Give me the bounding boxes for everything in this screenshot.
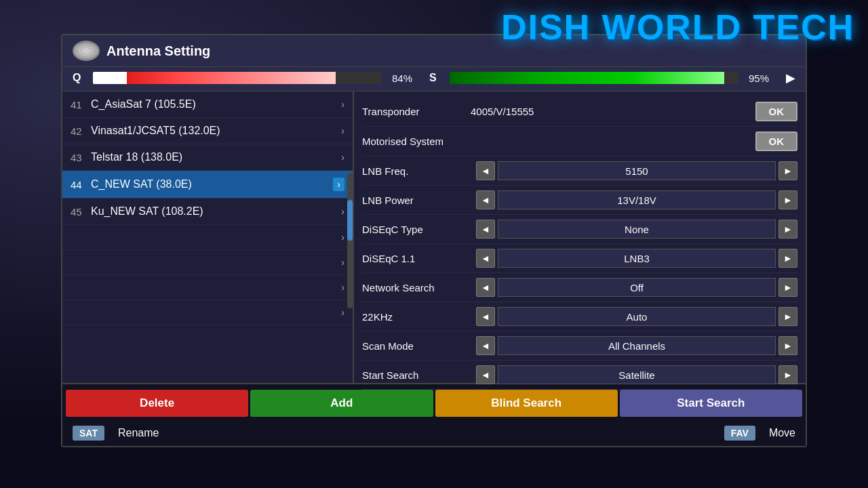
sat-item-44[interactable]: 44 C_NEW SAT (38.0E) › (62, 171, 353, 199)
lnb-power-increase-button[interactable]: ► (778, 190, 797, 209)
page-title: Antenna Setting (106, 43, 210, 59)
network-search-decrease-button[interactable]: ◄ (476, 278, 495, 297)
sat-item-43[interactable]: 43 Telstar 18 (138.0E) › (62, 144, 353, 171)
main-container: Antenna Setting Q 84% S 95% ▶ 41 C_AsiaS… (61, 34, 807, 447)
start-search-increase-button[interactable]: ► (778, 365, 797, 384)
delete-button[interactable]: Delete (66, 390, 248, 417)
network-search-control: ◄ Off ► (476, 278, 797, 297)
footer-buttons: Delete Add Blind Search Start Search (62, 390, 806, 422)
sat-item-empty-4[interactable]: › (62, 300, 353, 325)
sat-item-empty-2[interactable]: › (62, 250, 353, 275)
antenna-icon (73, 41, 100, 61)
network-search-value: Off (498, 278, 776, 297)
diseqc-type-decrease-button[interactable]: ◄ (476, 220, 495, 239)
sat-item-empty-1[interactable]: › (62, 225, 353, 250)
lnb-freq-row: LNB Freq. ◄ 5150 ► (362, 157, 797, 186)
scan-mode-decrease-button[interactable]: ◄ (476, 336, 495, 355)
diseqc-11-decrease-button[interactable]: ◄ (476, 249, 495, 268)
chevron-right-icon: › (341, 206, 344, 217)
q-percent: 84% (392, 73, 419, 84)
chevron-right-icon: › (341, 99, 344, 110)
chevron-right-icon: › (341, 152, 344, 163)
diseqc-11-label: DiSEqC 1.1 (362, 253, 471, 264)
start-search-control: ◄ Satellite ► (476, 365, 797, 384)
settings-panel: Transponder 4005/V/15555 OK Motorised Sy… (354, 92, 806, 383)
add-button[interactable]: Add (250, 390, 433, 417)
q-bar-white (93, 72, 127, 84)
fav-badge: FAV (724, 426, 755, 441)
blind-search-button[interactable]: Blind Search (435, 390, 618, 417)
svg-point-2 (82, 48, 90, 54)
khz-row: 22KHz ◄ Auto ► (362, 302, 797, 331)
start-search-label: Start Search (362, 369, 471, 381)
scan-mode-control: ◄ All Channels ► (476, 336, 797, 355)
lnb-freq-label: LNB Freq. (362, 165, 471, 177)
scan-mode-increase-button[interactable]: ► (778, 336, 797, 355)
lnb-freq-value: 5150 (498, 161, 776, 180)
start-search-row: Start Search ◄ Satellite ► (362, 361, 797, 390)
content-area: 41 C_AsiaSat 7 (105.5E) › 42 Vinasat1/JC… (62, 92, 806, 383)
start-search-value: Satellite (498, 365, 776, 384)
sat-item-45[interactable]: 45 Ku_NEW SAT (108.2E) › (62, 199, 353, 225)
diseqc-type-row: DiSEqC Type ◄ None ► (362, 215, 797, 244)
lnb-freq-decrease-button[interactable]: ◄ (476, 161, 495, 180)
scroll-thumb[interactable] (347, 200, 353, 241)
q-bar (93, 72, 336, 84)
diseqc-11-control: ◄ LNB3 ► (476, 249, 797, 268)
start-search-decrease-button[interactable]: ◄ (476, 365, 495, 384)
scan-mode-row: Scan Mode ◄ All Channels ► (362, 331, 797, 361)
diseqc-11-value: LNB3 (498, 249, 776, 268)
chevron-right-icon: › (341, 232, 344, 243)
sat-name: C_NEW SAT (38.0E) (91, 178, 333, 190)
sat-num: 42 (71, 125, 91, 137)
lnb-power-label: LNB Power (362, 195, 471, 206)
chevron-right-icon: › (341, 307, 344, 318)
s-percent: 95% (749, 73, 776, 84)
watermark-text: DISH WORLD TECH (501, 7, 854, 47)
motorised-ok-button[interactable]: OK (755, 131, 798, 151)
rename-label: Rename (118, 427, 159, 439)
khz-label: 22KHz (362, 311, 471, 323)
sat-item-42[interactable]: 42 Vinasat1/JCSAT5 (132.0E) › (62, 118, 353, 144)
sat-num: 41 (71, 99, 91, 110)
khz-decrease-button[interactable]: ◄ (476, 307, 495, 326)
lnb-freq-increase-button[interactable]: ► (778, 161, 797, 180)
chevron-right-icon: › (341, 282, 344, 293)
transponder-label: Transponder (362, 106, 471, 117)
lnb-power-row: LNB Power ◄ 13V/18V ► (362, 186, 797, 215)
start-search-button[interactable]: Start Search (620, 390, 802, 417)
sat-name: Telstar 18 (138.0E) (91, 151, 341, 163)
scrollbar[interactable] (347, 173, 353, 308)
move-label: Move (769, 427, 795, 439)
q-bar-container (93, 72, 382, 84)
chevron-right-icon: › (333, 178, 344, 191)
signal-row: Q 84% S 95% ▶ (62, 67, 806, 92)
chevron-right-icon: › (341, 125, 344, 136)
sat-item-empty-3[interactable]: › (62, 275, 353, 300)
network-search-increase-button[interactable]: ► (778, 278, 797, 297)
footer-labels: SAT Rename FAV Move (62, 422, 806, 446)
satellite-list: 41 C_AsiaSat 7 (105.5E) › 42 Vinasat1/JC… (62, 92, 354, 383)
motorised-row: Motorised System OK (362, 127, 797, 157)
s-bar (450, 72, 724, 84)
transponder-ok-button[interactable]: OK (755, 102, 798, 121)
s-label: S (429, 72, 439, 84)
sat-num: 45 (71, 206, 91, 218)
diseqc-type-label: DiSEqC Type (362, 224, 471, 235)
q-label: Q (73, 72, 83, 84)
motorised-label: Motorised System (362, 136, 471, 147)
scan-mode-label: Scan Mode (362, 340, 471, 352)
diseqc-11-increase-button[interactable]: ► (778, 249, 797, 268)
sat-badge: SAT (73, 426, 104, 441)
sat-item-41[interactable]: 41 C_AsiaSat 7 (105.5E) › (62, 92, 353, 118)
lnb-power-value: 13V/18V (498, 190, 776, 209)
lnb-power-decrease-button[interactable]: ◄ (476, 190, 495, 209)
network-search-row: Network Search ◄ Off ► (362, 273, 797, 302)
khz-increase-button[interactable]: ► (778, 307, 797, 326)
lnb-power-control: ◄ 13V/18V ► (476, 190, 797, 209)
sat-num: 43 (71, 152, 91, 163)
network-search-label: Network Search (362, 282, 471, 293)
sat-name: Ku_NEW SAT (108.2E) (91, 205, 341, 218)
diseqc-11-row: DiSEqC 1.1 ◄ LNB3 ► (362, 244, 797, 273)
diseqc-type-increase-button[interactable]: ► (778, 220, 797, 239)
